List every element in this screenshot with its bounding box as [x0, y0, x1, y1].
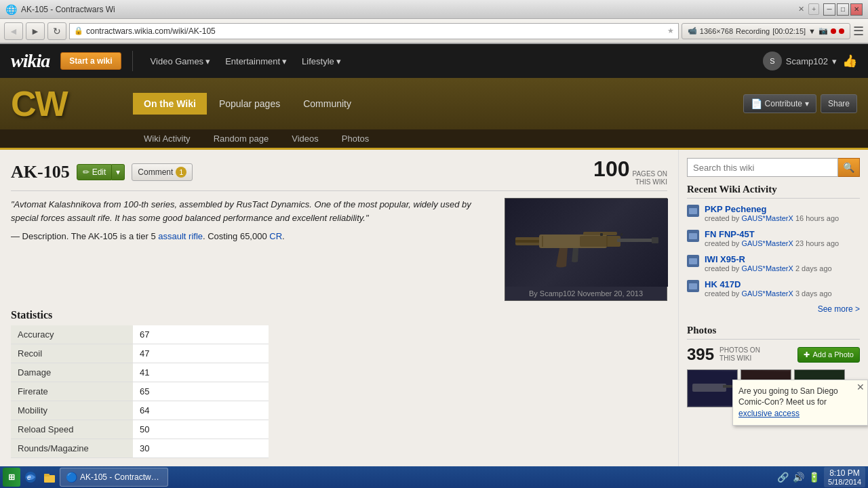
wikia-logo[interactable]: wikia	[11, 50, 50, 72]
svg-rect-8	[620, 233, 623, 236]
resolution: 1366×768	[700, 27, 733, 35]
edit-dropdown-button[interactable]: ▾	[112, 164, 125, 180]
wiki-actions: 📄 Contribute ▾ Share	[743, 89, 857, 119]
refresh-btn[interactable]: ↻	[47, 22, 66, 40]
see-more-link[interactable]: See more >	[687, 304, 860, 314]
forward-btn[interactable]: ►	[26, 22, 45, 40]
comment-button[interactable]: Comment 1	[132, 163, 193, 181]
tab-community[interactable]: Community	[292, 93, 362, 115]
close-btn[interactable]: ✕	[850, 3, 863, 16]
ad-text: Are you going to San Diego Comic-Con? Me…	[738, 386, 862, 420]
tab-on-the-wiki[interactable]: On the Wiki	[133, 93, 207, 115]
activity-author[interactable]: GAUS*MasterX	[741, 239, 793, 247]
search-button[interactable]: 🔍	[838, 158, 860, 177]
tab-photos[interactable]: Photos	[331, 129, 380, 148]
main-content: AK-105 ✏ Edit ▾ Comment 1 100 PAGES ON T…	[0, 150, 678, 466]
title-bar: 🌐 AK-105 - Contractwars Wi ✕ + ─ □ ✕	[0, 0, 868, 19]
ad-link[interactable]: exclusive access	[738, 409, 800, 418]
activity-meta: created by GAUS*MasterX 23 hours ago	[705, 239, 839, 247]
thumbs-up-icon[interactable]: 👍	[842, 54, 857, 68]
page-icon	[689, 283, 697, 289]
rec-indicator2	[839, 28, 844, 34]
svg-rect-4	[617, 239, 654, 242]
share-button[interactable]: Share	[821, 94, 857, 113]
minimize-btn[interactable]: ─	[823, 3, 835, 16]
stat-value: 30	[133, 439, 269, 458]
plus-icon: ✚	[804, 350, 810, 359]
chrome-icon: 🔵	[66, 472, 77, 483]
tab-wiki-activity[interactable]: Wiki Activity	[133, 129, 201, 148]
stat-name: Rounds/Magazine	[11, 439, 133, 458]
stat-name: Firerate	[11, 382, 133, 401]
wiki-nav-bar: CW On the Wiki Popular pages Community 📄…	[0, 78, 868, 150]
cr-link[interactable]: CR	[269, 231, 282, 241]
activity-meta: created by GAUS*MasterX 3 days ago	[705, 289, 832, 298]
back-btn[interactable]: ◄	[4, 22, 23, 40]
search-container: 🔍	[687, 158, 860, 177]
weapon-image	[505, 199, 668, 287]
chevron-down-icon3: ▾	[336, 56, 341, 66]
assault-rifle-link[interactable]: assault rifle	[158, 231, 203, 241]
network-icon[interactable]: 🔗	[776, 470, 790, 484]
start-button[interactable]: ⊞	[3, 468, 20, 487]
activity-title[interactable]: PKP Pecheneg	[705, 204, 839, 214]
start-wiki-button[interactable]: Start a wiki	[60, 52, 121, 70]
browser-title: AK-105 - Contractwars Wi	[21, 5, 790, 14]
activity-author[interactable]: GAUS*MasterX	[741, 289, 793, 298]
user-area[interactable]: S Scamp102 ▾	[763, 52, 837, 70]
add-photo-button[interactable]: ✚ Add a Photo	[797, 347, 860, 363]
wiki-nav-bottom: Wiki Activity Random page Videos Photos	[0, 129, 868, 148]
nav-entertainment[interactable]: Entertainment ▾	[218, 52, 294, 70]
activity-author[interactable]: GAUS*MasterX	[741, 264, 793, 272]
activity-title[interactable]: FN FNP-45T	[705, 229, 839, 239]
table-row: Firerate65	[11, 382, 269, 401]
header-nav: Video Games ▾ Entertainment ▾ Lifestyle …	[144, 52, 348, 70]
nav-video-games[interactable]: Video Games ▾	[144, 52, 218, 70]
recent-activity-section: Recent Wiki Activity PKP Pecheneg create…	[687, 184, 860, 314]
page-icon	[689, 208, 697, 214]
tab-popular-pages[interactable]: Popular pages	[208, 93, 291, 115]
svg-rect-7	[600, 233, 603, 236]
wiki-nav-top: CW On the Wiki Popular pages Community 📄…	[0, 78, 868, 129]
article-description: — Description. The AK-105 is a tier 5 as…	[11, 230, 496, 243]
statistics-title: Statistics	[11, 309, 667, 321]
tab-random-page[interactable]: Random page	[203, 129, 280, 148]
nav-lifestyle[interactable]: Lifestyle ▾	[295, 52, 348, 70]
ad-popup: ✕ Are you going to San Diego Comic-Con? …	[732, 380, 868, 426]
activity-title[interactable]: HK 417D	[705, 279, 832, 289]
activity-icon	[687, 255, 699, 267]
system-clock[interactable]: 8:10 PM 5/18/2014	[824, 467, 865, 487]
volume-icon[interactable]: 🔊	[791, 470, 806, 484]
statistics-section: Statistics Accuracy67Recoil47Damage41Fir…	[11, 309, 667, 458]
photos-header: 395 PHOTOS ON THIS WIKI ✚ Add a Photo	[687, 345, 860, 364]
nav-bar: ◄ ► ↻ 🔒 contractwars.wikia.com/wiki/AK-1…	[0, 19, 868, 43]
extensions-icon[interactable]: ☰	[853, 24, 864, 39]
activity-author[interactable]: GAUS*MasterX	[741, 214, 793, 222]
svg-rect-5	[652, 237, 658, 243]
taskbar-icon-explorer[interactable]	[41, 468, 58, 486]
chevron-down-icon: ▾	[205, 56, 210, 66]
activity-title[interactable]: IWI X95-R	[705, 254, 832, 264]
edit-button[interactable]: ✏ Edit	[77, 164, 113, 180]
maximize-btn[interactable]: □	[837, 3, 849, 16]
battery-icon[interactable]: 🔋	[807, 470, 821, 484]
stat-name: Accuracy	[11, 325, 133, 344]
tab-videos[interactable]: Videos	[281, 129, 330, 148]
nav-video-games-label: Video Games	[151, 56, 204, 66]
nav-lifestyle-label: Lifestyle	[302, 56, 334, 66]
wikia-header: wikia Start a wiki Video Games ▾ Enterta…	[0, 44, 868, 78]
photo-thumb-1[interactable]	[687, 369, 738, 407]
table-row: Rounds/Magazine30	[11, 439, 269, 458]
contribute-button[interactable]: 📄 Contribute ▾	[743, 94, 816, 113]
recent-activity-title: Recent Wiki Activity	[687, 184, 860, 199]
windows-icon: ⊞	[8, 472, 15, 482]
ie-icon: e	[24, 470, 37, 484]
search-input[interactable]	[687, 158, 838, 177]
active-app-tab[interactable]: 🔵 AK-105 - Contractwars Wi	[60, 468, 168, 487]
photos-this-wiki-label: THIS WIKI	[719, 354, 760, 363]
taskbar-icon-ie[interactable]: e	[22, 468, 39, 486]
ad-close-button[interactable]: ✕	[856, 382, 865, 392]
activity-details: IWI X95-R created by GAUS*MasterX 2 days…	[705, 254, 832, 272]
svg-rect-3	[580, 236, 620, 247]
address-bar[interactable]: 🔒 contractwars.wikia.com/wiki/AK-105 ★	[69, 23, 679, 39]
